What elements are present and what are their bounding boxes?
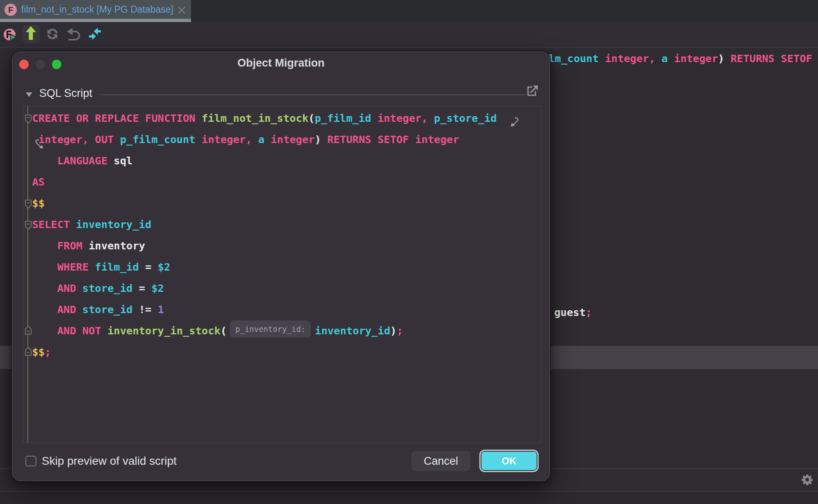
sql-code[interactable]: CREATE OR REPLACE FUNCTION film_not_in_s… [32, 108, 497, 363]
code-token-id: p_store_id [434, 112, 497, 124]
code-token-kw: ; [45, 346, 51, 358]
code-token-pl [32, 261, 57, 273]
code-line[interactable]: integer, OUT p_film_count integer, a int… [32, 129, 497, 150]
code-token-pl: ) [315, 133, 327, 146]
code-token-pl [32, 325, 57, 337]
code-token-fn: film_not_in_stock [202, 112, 308, 124]
code-token-kw: AS [32, 176, 45, 188]
code-token-id: p_film_id [315, 112, 378, 124]
code-token-kw: AND [57, 282, 82, 294]
code-token-id: store_id [82, 303, 139, 316]
code-token-kw: AND [57, 303, 82, 316]
fold-start-marker[interactable] [25, 199, 32, 209]
code-token-kw: FROM [57, 240, 89, 252]
code-token-kw: RETURNS SETOF [730, 52, 812, 65]
code-token-id: p_film_count [120, 133, 202, 146]
collapse-triangle-icon[interactable] [26, 92, 32, 97]
code-token-pl: inventory [89, 240, 145, 252]
background-editor-guest-line[interactable]: guest; [554, 302, 592, 323]
code-line[interactable]: $$ [32, 193, 497, 214]
code-token-pl: sql [114, 155, 133, 167]
code-token-kw: integer [674, 52, 718, 65]
upload-arrow-icon [25, 25, 37, 41]
code-token-pl: != [139, 303, 158, 316]
code-line[interactable]: WHERE film_id = $2 [32, 256, 497, 278]
code-line[interactable]: FROM inventory [32, 235, 497, 256]
code-token-kw: WHERE [57, 261, 95, 273]
code-token-id: a [258, 133, 271, 146]
refresh-icon[interactable] [46, 27, 60, 41]
code-token-pl: = [139, 282, 152, 294]
code-token-kw: ; [586, 306, 592, 318]
main-toolbar [0, 22, 818, 48]
code-token-dollar: $$ [32, 197, 45, 209]
code-token-pl: ) [390, 325, 396, 337]
code-line[interactable]: $$; [32, 341, 497, 363]
fold-end-marker[interactable] [25, 325, 32, 335]
code-line[interactable]: LANGUAGE sql [32, 150, 497, 171]
code-token-num: 1 [158, 303, 164, 316]
code-token-pl [32, 155, 57, 167]
code-token-pl: ) [718, 52, 731, 65]
code-token-pl: guest [554, 306, 586, 318]
sql-script-editor[interactable]: CREATE OR REPLACE FUNCTION film_not_in_s… [23, 106, 541, 443]
code-line[interactable]: AS [32, 171, 497, 193]
code-token-pl: ( [308, 112, 315, 124]
code-token-pl: ( [220, 325, 227, 337]
sql-script-section-label: SQL Script [39, 87, 92, 100]
code-token-kw: integer, OUT [38, 133, 120, 146]
editor-tab-bar: F film_not_in_stock [My PG Database] [0, 0, 818, 22]
fold-start-marker[interactable] [25, 114, 32, 124]
background-editor-code-line[interactable]: lm_count integer, a integer) RETURNS SET… [548, 48, 812, 69]
code-token-kw: AND NOT [57, 325, 108, 337]
code-token-hint: p_inventory_id: [230, 320, 311, 338]
code-token-fn: inventory_in_stock [108, 325, 220, 337]
active-tab-underline [0, 19, 191, 22]
ide-window: lm_count integer, a integer) RETURNS SET… [0, 0, 818, 504]
code-line[interactable]: CREATE OR REPLACE FUNCTION film_not_in_s… [32, 108, 497, 129]
function-icon: F [4, 4, 17, 16]
code-token-id: $2 [151, 282, 164, 294]
code-token-kw: RETURNS SETOF integer [327, 133, 459, 146]
function-run-icon[interactable] [3, 28, 18, 43]
ok-button[interactable]: OK [481, 452, 537, 470]
code-token-kw: integer, [202, 133, 258, 146]
code-token-pl [32, 303, 57, 316]
code-token-pl: = [145, 261, 158, 273]
code-token-kw: integer [271, 133, 315, 146]
fold-start-marker[interactable] [25, 221, 32, 230]
ok-button-focus-ring: OK [479, 450, 539, 472]
code-token-kw: integer, [605, 52, 661, 65]
code-token-pl [32, 282, 57, 294]
tab-close-icon[interactable] [177, 6, 186, 15]
tab-film-not-in-stock[interactable]: F film_not_in_stock [My PG Database] [0, 0, 191, 22]
converge-arrows-icon[interactable] [88, 27, 102, 40]
code-line[interactable]: AND store_id = $2 [32, 278, 497, 299]
skip-preview-label: Skip preview of valid script [42, 455, 177, 467]
object-migration-dialog: Object Migration SQL Script [12, 52, 550, 481]
section-separator [100, 94, 525, 95]
code-line[interactable]: AND store_id != 1 [32, 299, 497, 320]
skip-preview-checkbox[interactable] [25, 456, 36, 466]
code-token-kw: integer, [378, 112, 434, 124]
gear-icon[interactable] [802, 474, 813, 485]
fold-end-marker[interactable] [25, 347, 32, 356]
cancel-button[interactable]: Cancel [411, 451, 470, 471]
tab-title: film_not_in_stock [My PG Database] [21, 0, 173, 19]
dialog-footer: Skip preview of valid script Cancel OK [12, 455, 550, 479]
soft-wrap-arrow-icon [510, 117, 521, 127]
code-line[interactable]: SELECT inventory_id [32, 214, 497, 235]
code-token-kw: CREATE OR REPLACE FUNCTION [32, 112, 202, 124]
open-in-new-window-icon[interactable] [527, 84, 539, 96]
dialog-title: Object Migration [12, 58, 550, 69]
code-token-id: store_id [82, 282, 139, 294]
fold-guide-line [27, 106, 28, 443]
undo-icon[interactable] [65, 26, 82, 41]
code-token-kw: ; [397, 325, 403, 337]
code-token-dollar: $$ [32, 346, 45, 358]
code-token-id: $2 [158, 261, 171, 273]
code-token-id: lm_count [548, 52, 605, 65]
code-token-kw: SELECT [32, 218, 76, 231]
code-token-id: inventory_id [76, 218, 151, 231]
code-line[interactable]: AND NOT inventory_in_stock(p_inventory_i… [32, 320, 497, 341]
